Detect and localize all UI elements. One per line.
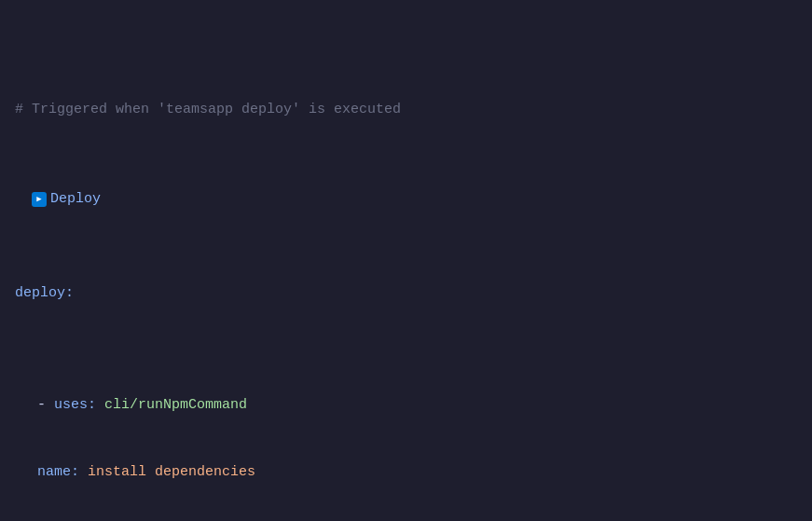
- block1-name-key: name:: [37, 461, 79, 484]
- dash1: -: [37, 394, 54, 417]
- deploy-key: deploy:: [15, 282, 74, 305]
- deploy-key-line: deploy:: [15, 282, 797, 305]
- deploy-badge-line: Deploy: [32, 188, 101, 211]
- deploy-icon: [32, 192, 47, 207]
- block1-uses-line: - uses: cli/runNpmCommand: [15, 394, 797, 417]
- comment-line: # Triggered when 'teamsapp deploy' is ex…: [15, 99, 797, 121]
- block1-name-line: name: install dependencies: [15, 461, 797, 484]
- block1-name-val: install dependencies: [88, 461, 255, 484]
- comment-text: # Triggered when 'teamsapp deploy' is ex…: [15, 99, 401, 121]
- block1-uses-val: cli/runNpmCommand: [104, 394, 247, 417]
- deploy-badge-label: Deploy: [50, 188, 101, 211]
- block1-uses-key: uses:: [54, 394, 96, 417]
- code-editor: # Triggered when 'teamsapp deploy' is ex…: [15, 9, 797, 521]
